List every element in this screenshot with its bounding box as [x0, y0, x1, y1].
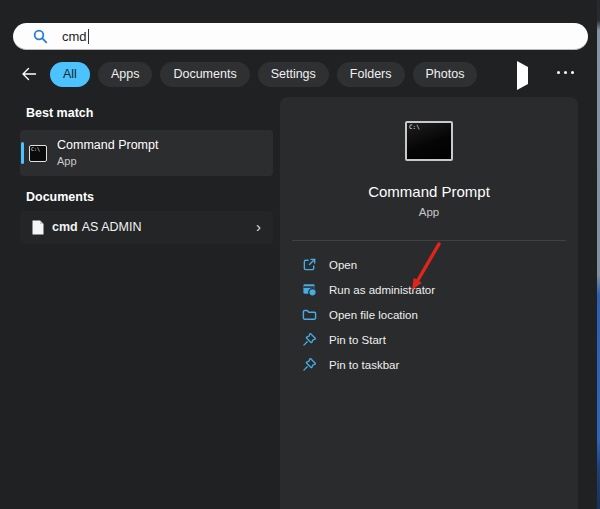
- action-run-as-admin-label: Run as administrator: [329, 284, 435, 296]
- result-detail-panel: C:\ Command Prompt App Open Run as admin…: [280, 97, 578, 509]
- action-pin-to-start[interactable]: Pin to Start: [280, 327, 578, 352]
- back-arrow-icon: [20, 65, 38, 83]
- pin-icon: [302, 332, 317, 347]
- action-open[interactable]: Open: [280, 252, 578, 277]
- detail-app-title: Command Prompt: [280, 183, 578, 200]
- more-options-button[interactable]: [557, 71, 574, 74]
- best-match-result-command-prompt[interactable]: C:\ Command Prompt App: [20, 130, 273, 176]
- tab-folders[interactable]: Folders: [337, 62, 405, 87]
- tab-all-label: All: [63, 67, 77, 81]
- tab-settings[interactable]: Settings: [258, 62, 329, 87]
- document-title: cmdAS ADMIN: [52, 220, 141, 234]
- expand-tabs-button[interactable]: [517, 67, 531, 80]
- text-caret: [88, 29, 89, 44]
- detail-app-subtitle: App: [280, 206, 578, 218]
- windows-search-flyout: cmd All Apps Documents Settings Folders …: [0, 0, 600, 509]
- command-prompt-icon-large: C:\: [405, 121, 453, 161]
- divider: [292, 240, 566, 241]
- action-open-file-location[interactable]: Open file location: [280, 302, 578, 327]
- tab-documents[interactable]: Documents: [160, 62, 249, 87]
- tab-all[interactable]: All: [50, 62, 90, 87]
- open-icon: [302, 257, 317, 272]
- filter-tabs: All Apps Documents Settings Folders Phot…: [16, 61, 477, 87]
- ellipsis-icon: [557, 71, 560, 74]
- action-pin-to-taskbar-label: Pin to taskbar: [329, 359, 399, 371]
- selection-accent-bar: [21, 142, 24, 164]
- tab-apps-label: Apps: [111, 67, 140, 81]
- search-bar[interactable]: cmd: [13, 23, 588, 50]
- back-button[interactable]: [16, 61, 42, 87]
- play-icon: [517, 61, 528, 90]
- run-as-admin-icon: [302, 282, 317, 297]
- command-prompt-icon: C:\: [29, 145, 47, 162]
- documents-heading: Documents: [26, 190, 94, 204]
- action-run-as-administrator[interactable]: Run as administrator: [280, 277, 578, 302]
- result-title: Command Prompt: [57, 138, 158, 152]
- document-icon: [32, 220, 44, 235]
- folder-icon: [302, 307, 317, 322]
- tab-photos-label: Photos: [426, 67, 465, 81]
- document-result-cmd-as-admin[interactable]: cmdAS ADMIN ›: [20, 211, 273, 244]
- tab-apps[interactable]: Apps: [98, 62, 153, 87]
- result-subtitle: App: [57, 155, 77, 167]
- search-icon: [33, 29, 48, 44]
- action-list: Open Run as administrator Open file loca…: [280, 252, 578, 377]
- pin-icon: [302, 357, 317, 372]
- tab-settings-label: Settings: [271, 67, 316, 81]
- tab-documents-label: Documents: [173, 67, 236, 81]
- action-pin-to-start-label: Pin to Start: [329, 334, 386, 346]
- action-open-file-location-label: Open file location: [329, 309, 418, 321]
- tab-folders-label: Folders: [350, 67, 392, 81]
- action-open-label: Open: [329, 259, 357, 271]
- action-pin-to-taskbar[interactable]: Pin to taskbar: [280, 352, 578, 377]
- chevron-right-icon[interactable]: ›: [256, 217, 261, 237]
- best-match-heading: Best match: [26, 106, 93, 120]
- tab-photos[interactable]: Photos: [413, 62, 478, 87]
- search-input[interactable]: cmd: [62, 29, 87, 44]
